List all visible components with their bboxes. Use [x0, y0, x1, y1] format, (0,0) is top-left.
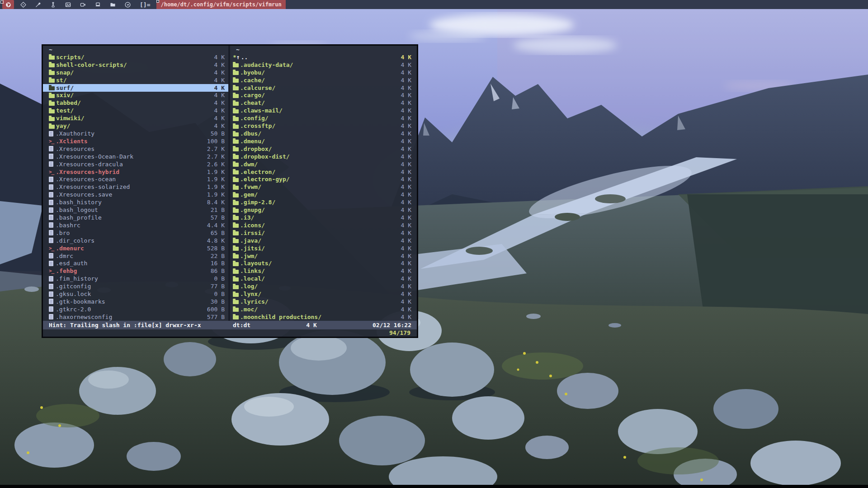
file-row[interactable]: .calcurse/4 K	[230, 84, 417, 92]
file-row[interactable]: .links/4 K	[230, 267, 417, 275]
file-row[interactable]: .dbus/4 K	[230, 130, 417, 137]
file-row[interactable]: .java/4 K	[230, 237, 417, 244]
file-row[interactable]: >_.dmenurc528 B	[43, 244, 228, 252]
file-size: 4 K	[398, 69, 411, 76]
folder-icon	[233, 117, 239, 121]
right-pane-path: ~	[230, 46, 417, 53]
file-name: .java/	[240, 237, 261, 244]
file-row[interactable]: .bash_profile57 B	[43, 214, 228, 221]
file-row[interactable]: .Xresources-dracula2.6 K	[43, 160, 228, 168]
file-row[interactable]: .cache/4 K	[230, 76, 417, 84]
file-row[interactable]: shell-color-scripts/4 K	[43, 61, 228, 69]
file-row[interactable]: snap/4 K	[43, 69, 228, 76]
file-row[interactable]: .Xresources-solarized1.9 K	[43, 183, 228, 191]
file-row[interactable]: .cargo/4 K	[230, 92, 417, 99]
file-row[interactable]: .cheat/4 K	[230, 99, 417, 107]
file-size: 4 K	[398, 314, 411, 320]
dropper-icon[interactable]	[31, 0, 46, 9]
file-row[interactable]: .esd_auth16 B	[43, 259, 228, 267]
file-row[interactable]: .dmenu/4 K	[230, 137, 417, 145]
file-row[interactable]: .log/4 K	[230, 282, 417, 290]
file-row[interactable]: yay/4 K	[43, 122, 228, 130]
file-row[interactable]: .moonchild productions/4 K	[230, 313, 417, 321]
file-row[interactable]: .jwm/4 K	[230, 252, 417, 260]
file-name: .jwm/	[240, 253, 258, 259]
file-row[interactable]: .Xresources-Ocean-Dark2.7 K	[43, 153, 228, 160]
file-row[interactable]: .local/4 K	[230, 275, 417, 282]
file-row[interactable]: .bashrc4.4 K	[43, 221, 228, 229]
file-row[interactable]: .bro65 B	[43, 229, 228, 237]
file-size: 4 K	[398, 275, 411, 282]
file-icon	[49, 291, 53, 297]
file-row[interactable]: >_.Xresources-hybrid1.9 K	[43, 168, 228, 176]
file-size: 1.9 K	[204, 191, 225, 198]
file-row[interactable]: .gitconfig77 B	[43, 282, 228, 290]
file-row[interactable]: .lynx/4 K	[230, 290, 417, 298]
file-row[interactable]: .gtkrc-2.0600 B	[43, 305, 228, 313]
file-row[interactable]: .bash_logout21 B	[43, 206, 228, 214]
file-row[interactable]: .jitsi/4 K	[230, 244, 417, 252]
folder-icon	[233, 186, 239, 190]
window-title-path[interactable]: /home/dt/.config/vifm/scripts/vifmrun	[156, 0, 285, 9]
file-row[interactable]: .byobu/4 K	[230, 69, 417, 76]
folder-icon	[49, 109, 55, 113]
image-icon[interactable]	[61, 0, 75, 9]
right-pane: ~ *↑..4 K.audacity-data/4 K.byobu/4 K.ca…	[230, 46, 417, 321]
file-row[interactable]: test/4 K	[43, 107, 228, 114]
file-row[interactable]: .irssi/4 K	[230, 229, 417, 237]
file-row[interactable]: .dir_colors4.8 K	[43, 237, 228, 244]
file-name: .log/	[240, 283, 258, 290]
file-row[interactable]: .crossftp/4 K	[230, 122, 417, 130]
sender-icon[interactable]	[120, 0, 135, 9]
file-name: .gnupg/	[240, 206, 265, 213]
file-row[interactable]: .fvwm/4 K	[230, 183, 417, 191]
file-row[interactable]: .Xresources-ocean1.9 K	[43, 176, 228, 183]
file-row[interactable]: .dmrc22 B	[43, 252, 228, 260]
folder-icon[interactable]	[105, 0, 120, 9]
flask-icon[interactable]	[46, 0, 61, 9]
file-row[interactable]: .gimp-2.8/4 K	[230, 198, 417, 206]
file-row[interactable]: tabbed/4 K	[43, 99, 228, 107]
file-row[interactable]: >_.fehbg86 B	[43, 267, 228, 275]
file-row[interactable]: surf/4 K	[43, 84, 228, 92]
file-row[interactable]: .gksu.lock0 B	[43, 290, 228, 298]
file-row[interactable]: .layouts/4 K	[230, 259, 417, 267]
browser-icon[interactable]	[2, 0, 14, 9]
file-row[interactable]: .gnupg/4 K	[230, 206, 417, 214]
file-row[interactable]: .dropbox-dist/4 K	[230, 153, 417, 160]
file-row[interactable]: .Xresources2.7 K	[43, 145, 228, 153]
file-row[interactable]: .bash_history8.4 K	[43, 198, 228, 206]
file-size: 4 K	[398, 283, 411, 290]
file-row[interactable]: .electron-gyp/4 K	[230, 176, 417, 183]
file-row[interactable]: .Xauthority50 B	[43, 130, 228, 137]
file-row[interactable]: *↑..4 K	[230, 53, 417, 61]
file-row[interactable]: scripts/4 K	[43, 53, 228, 61]
file-row[interactable]: .dropbox/4 K	[230, 145, 417, 153]
file-row[interactable]: .Xresources.save1.9 K	[43, 191, 228, 198]
file-row[interactable]: .gtk-bookmarks30 B	[43, 298, 228, 305]
file-row[interactable]: .config/4 K	[230, 114, 417, 122]
file-row[interactable]: .lyrics/4 K	[230, 298, 417, 305]
file-row[interactable]: .moc/4 K	[230, 305, 417, 313]
file-name: .Xresources	[56, 145, 94, 152]
file-row[interactable]: .fim_history0 B	[43, 275, 228, 282]
file-row[interactable]: .electron/4 K	[230, 168, 417, 176]
file-row[interactable]: .gem/4 K	[230, 191, 417, 198]
file-row[interactable]: sxiv/4 K	[43, 92, 228, 99]
file-size: 528 B	[204, 245, 225, 252]
camera-icon[interactable]	[75, 0, 90, 9]
package-icon[interactable]	[16, 0, 31, 9]
laptop-icon[interactable]	[90, 0, 105, 9]
file-row[interactable]: .dwm/4 K	[230, 160, 417, 168]
file-row[interactable]: vimwiki/4 K	[43, 114, 228, 122]
folder-icon	[233, 125, 239, 129]
file-row[interactable]: >_.Xclients100 B	[43, 137, 228, 145]
file-row[interactable]: .audacity-data/4 K	[230, 61, 417, 69]
file-row[interactable]: st/4 K	[43, 76, 228, 84]
file-size: 4 K	[212, 115, 225, 122]
file-name: .haxornewsconfig	[56, 314, 112, 320]
file-row[interactable]: .icons/4 K	[230, 221, 417, 229]
file-row[interactable]: .claws-mail/4 K	[230, 107, 417, 114]
file-row[interactable]: .i3/4 K	[230, 214, 417, 221]
file-row[interactable]: .haxornewsconfig577 B	[43, 313, 228, 321]
